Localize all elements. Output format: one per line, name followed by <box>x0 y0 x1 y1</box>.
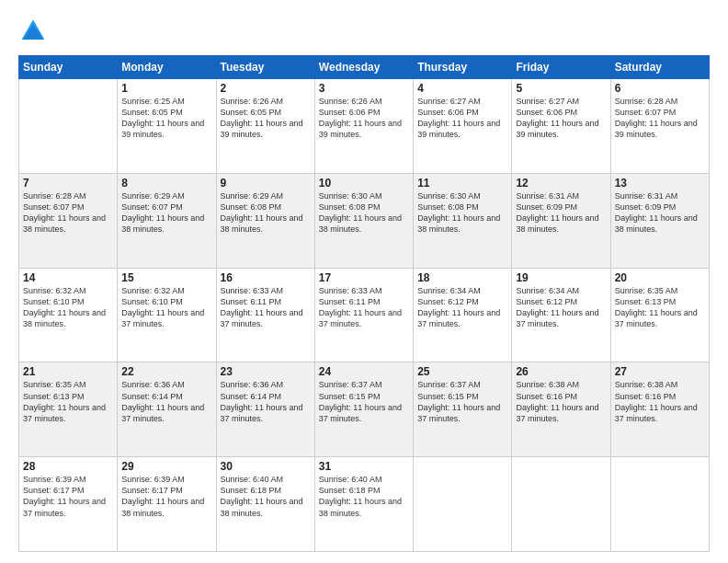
day-number: 8 <box>121 177 211 190</box>
calendar-cell: 29Sunrise: 6:39 AM Sunset: 6:17 PM Dayli… <box>118 457 216 552</box>
cell-details: Sunrise: 6:34 AM Sunset: 6:12 PM Dayligh… <box>417 285 507 330</box>
cell-details: Sunrise: 6:27 AM Sunset: 6:06 PM Dayligh… <box>417 96 507 141</box>
calendar-cell: 18Sunrise: 6:34 AM Sunset: 6:12 PM Dayli… <box>414 268 512 362</box>
calendar-week-row: 1Sunrise: 6:25 AM Sunset: 6:05 PM Daylig… <box>19 79 710 174</box>
day-number: 14 <box>23 271 113 284</box>
cell-details: Sunrise: 6:31 AM Sunset: 6:09 PM Dayligh… <box>615 190 705 236</box>
calendar-cell: 24Sunrise: 6:37 AM Sunset: 6:15 PM Dayli… <box>314 362 413 457</box>
day-number: 19 <box>516 271 606 284</box>
day-number: 30 <box>221 460 311 473</box>
calendar-cell: 20Sunrise: 6:35 AM Sunset: 6:13 PM Dayli… <box>610 268 709 362</box>
calendar-cell <box>512 457 610 552</box>
day-number: 18 <box>417 271 507 284</box>
cell-details: Sunrise: 6:30 AM Sunset: 6:08 PM Dayligh… <box>319 190 409 236</box>
day-number: 2 <box>221 82 311 95</box>
cell-details: Sunrise: 6:27 AM Sunset: 6:06 PM Dayligh… <box>516 96 606 141</box>
cell-details: Sunrise: 6:37 AM Sunset: 6:15 PM Dayligh… <box>319 379 409 424</box>
cell-details: Sunrise: 6:28 AM Sunset: 6:07 PM Dayligh… <box>23 190 113 236</box>
calendar-cell: 9Sunrise: 6:29 AM Sunset: 6:08 PM Daylig… <box>216 173 314 268</box>
cell-details: Sunrise: 6:39 AM Sunset: 6:17 PM Dayligh… <box>23 474 113 519</box>
day-number: 7 <box>23 177 113 190</box>
col-header-thursday: Thursday <box>414 56 512 79</box>
cell-details: Sunrise: 6:38 AM Sunset: 6:16 PM Dayligh… <box>615 379 705 424</box>
calendar-cell: 12Sunrise: 6:31 AM Sunset: 6:09 PM Dayli… <box>512 173 610 268</box>
day-number: 1 <box>121 82 211 95</box>
calendar-week-row: 7Sunrise: 6:28 AM Sunset: 6:07 PM Daylig… <box>19 173 710 268</box>
day-number: 29 <box>121 460 211 473</box>
cell-details: Sunrise: 6:38 AM Sunset: 6:16 PM Dayligh… <box>516 379 606 424</box>
day-number: 10 <box>319 177 409 190</box>
cell-details: Sunrise: 6:31 AM Sunset: 6:09 PM Dayligh… <box>516 190 606 236</box>
day-number: 4 <box>417 82 507 95</box>
day-number: 17 <box>319 271 409 284</box>
cell-details: Sunrise: 6:35 AM Sunset: 6:13 PM Dayligh… <box>23 379 113 424</box>
calendar-table: SundayMondayTuesdayWednesdayThursdayFrid… <box>18 55 710 552</box>
cell-details: Sunrise: 6:36 AM Sunset: 6:14 PM Dayligh… <box>221 379 311 424</box>
day-number: 11 <box>417 177 507 190</box>
day-number: 12 <box>516 177 606 190</box>
calendar-cell: 5Sunrise: 6:27 AM Sunset: 6:06 PM Daylig… <box>512 79 610 174</box>
calendar-cell: 15Sunrise: 6:32 AM Sunset: 6:10 PM Dayli… <box>118 268 216 362</box>
day-number: 5 <box>516 82 606 95</box>
calendar-cell <box>610 457 709 552</box>
calendar-header-row: SundayMondayTuesdayWednesdayThursdayFrid… <box>19 56 710 79</box>
cell-details: Sunrise: 6:26 AM Sunset: 6:06 PM Dayligh… <box>319 96 409 141</box>
calendar-cell: 13Sunrise: 6:31 AM Sunset: 6:09 PM Dayli… <box>610 173 709 268</box>
calendar-cell: 8Sunrise: 6:29 AM Sunset: 6:07 PM Daylig… <box>118 173 216 268</box>
cell-details: Sunrise: 6:39 AM Sunset: 6:17 PM Dayligh… <box>121 474 211 519</box>
cell-details: Sunrise: 6:29 AM Sunset: 6:07 PM Dayligh… <box>121 190 211 236</box>
cell-details: Sunrise: 6:40 AM Sunset: 6:18 PM Dayligh… <box>221 474 311 519</box>
cell-details: Sunrise: 6:34 AM Sunset: 6:12 PM Dayligh… <box>516 285 606 330</box>
calendar-cell: 27Sunrise: 6:38 AM Sunset: 6:16 PM Dayli… <box>610 362 709 457</box>
day-number: 3 <box>319 82 409 95</box>
calendar-cell: 2Sunrise: 6:26 AM Sunset: 6:05 PM Daylig… <box>216 79 314 174</box>
calendar-cell: 21Sunrise: 6:35 AM Sunset: 6:13 PM Dayli… <box>19 362 118 457</box>
calendar-cell: 11Sunrise: 6:30 AM Sunset: 6:08 PM Dayli… <box>414 173 512 268</box>
day-number: 25 <box>417 365 507 378</box>
cell-details: Sunrise: 6:32 AM Sunset: 6:10 PM Dayligh… <box>23 285 113 330</box>
cell-details: Sunrise: 6:25 AM Sunset: 6:05 PM Dayligh… <box>121 96 211 141</box>
calendar-week-row: 28Sunrise: 6:39 AM Sunset: 6:17 PM Dayli… <box>19 457 710 552</box>
day-number: 21 <box>23 365 113 378</box>
cell-details: Sunrise: 6:35 AM Sunset: 6:13 PM Dayligh… <box>615 285 705 330</box>
calendar-week-row: 21Sunrise: 6:35 AM Sunset: 6:13 PM Dayli… <box>19 362 710 457</box>
day-number: 15 <box>121 271 211 284</box>
calendar-cell: 4Sunrise: 6:27 AM Sunset: 6:06 PM Daylig… <box>414 79 512 174</box>
col-header-wednesday: Wednesday <box>314 56 413 79</box>
logo <box>18 17 51 46</box>
calendar-week-row: 14Sunrise: 6:32 AM Sunset: 6:10 PM Dayli… <box>19 268 710 362</box>
calendar-cell: 26Sunrise: 6:38 AM Sunset: 6:16 PM Dayli… <box>512 362 610 457</box>
col-header-monday: Monday <box>118 56 216 79</box>
col-header-saturday: Saturday <box>610 56 709 79</box>
cell-details: Sunrise: 6:28 AM Sunset: 6:07 PM Dayligh… <box>615 96 705 141</box>
calendar-cell: 7Sunrise: 6:28 AM Sunset: 6:07 PM Daylig… <box>19 173 118 268</box>
day-number: 28 <box>23 460 113 473</box>
calendar-cell: 17Sunrise: 6:33 AM Sunset: 6:11 PM Dayli… <box>314 268 413 362</box>
cell-details: Sunrise: 6:36 AM Sunset: 6:14 PM Dayligh… <box>121 379 211 424</box>
calendar-cell: 6Sunrise: 6:28 AM Sunset: 6:07 PM Daylig… <box>610 79 709 174</box>
day-number: 24 <box>319 365 409 378</box>
day-number: 23 <box>221 365 311 378</box>
day-number: 9 <box>221 177 311 190</box>
logo-icon <box>18 17 48 46</box>
cell-details: Sunrise: 6:40 AM Sunset: 6:18 PM Dayligh… <box>319 474 409 519</box>
col-header-sunday: Sunday <box>19 56 118 79</box>
calendar-cell <box>414 457 512 552</box>
calendar-cell: 1Sunrise: 6:25 AM Sunset: 6:05 PM Daylig… <box>118 79 216 174</box>
calendar-cell: 19Sunrise: 6:34 AM Sunset: 6:12 PM Dayli… <box>512 268 610 362</box>
col-header-tuesday: Tuesday <box>216 56 314 79</box>
page: SundayMondayTuesdayWednesdayThursdayFrid… <box>0 0 728 563</box>
cell-details: Sunrise: 6:30 AM Sunset: 6:08 PM Dayligh… <box>417 190 507 236</box>
cell-details: Sunrise: 6:26 AM Sunset: 6:05 PM Dayligh… <box>221 96 311 141</box>
calendar-cell: 31Sunrise: 6:40 AM Sunset: 6:18 PM Dayli… <box>314 457 413 552</box>
calendar-cell: 22Sunrise: 6:36 AM Sunset: 6:14 PM Dayli… <box>118 362 216 457</box>
calendar-cell: 23Sunrise: 6:36 AM Sunset: 6:14 PM Dayli… <box>216 362 314 457</box>
header <box>18 17 710 46</box>
cell-details: Sunrise: 6:29 AM Sunset: 6:08 PM Dayligh… <box>221 190 311 236</box>
day-number: 6 <box>615 82 705 95</box>
calendar-cell: 14Sunrise: 6:32 AM Sunset: 6:10 PM Dayli… <box>19 268 118 362</box>
cell-details: Sunrise: 6:37 AM Sunset: 6:15 PM Dayligh… <box>417 379 507 424</box>
cell-details: Sunrise: 6:33 AM Sunset: 6:11 PM Dayligh… <box>221 285 311 330</box>
calendar-cell: 30Sunrise: 6:40 AM Sunset: 6:18 PM Dayli… <box>216 457 314 552</box>
day-number: 13 <box>615 177 705 190</box>
